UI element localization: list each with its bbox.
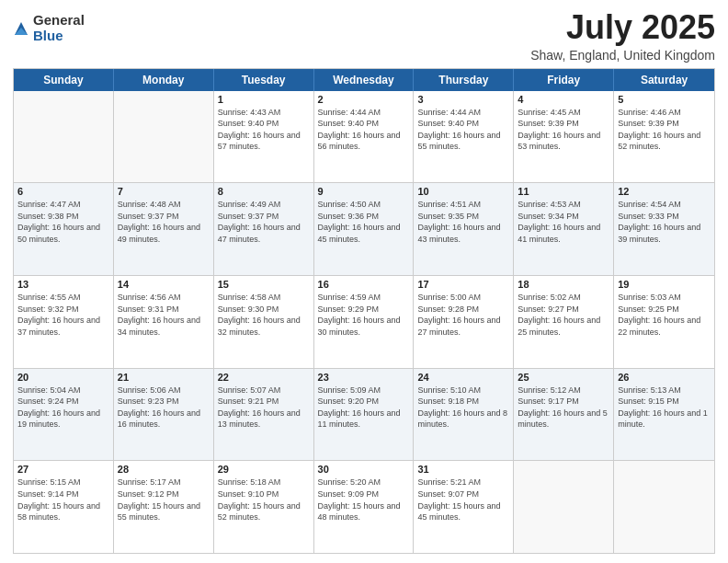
day-cell-1: 1Sunrise: 4:43 AM Sunset: 9:40 PM Daylig… [214,91,314,183]
day-number: 14 [118,279,210,290]
logo-icon [13,18,29,39]
day-info: Sunrise: 5:17 AM Sunset: 9:12 PM Dayligh… [118,477,210,523]
day-info: Sunrise: 4:53 AM Sunset: 9:34 PM Dayligh… [518,199,609,245]
day-cell-3: 3Sunrise: 4:44 AM Sunset: 9:40 PM Daylig… [414,91,514,183]
day-cell-28: 28Sunrise: 5:17 AM Sunset: 9:12 PM Dayli… [114,461,214,553]
day-info: Sunrise: 4:46 AM Sunset: 9:39 PM Dayligh… [618,107,711,153]
day-cell-2: 2Sunrise: 4:44 AM Sunset: 9:40 PM Daylig… [314,91,415,183]
day-info: Sunrise: 4:44 AM Sunset: 9:40 PM Dayligh… [417,107,509,153]
day-number: 19 [618,279,711,290]
day-cell-27: 27Sunrise: 5:15 AM Sunset: 9:14 PM Dayli… [14,461,114,553]
day-cell-7: 7Sunrise: 4:48 AM Sunset: 9:37 PM Daylig… [114,183,214,275]
calendar-row: 20Sunrise: 5:04 AM Sunset: 9:24 PM Dayli… [14,368,714,461]
day-info: Sunrise: 4:58 AM Sunset: 9:30 PM Dayligh… [218,292,310,338]
logo-text: General Blue [33,13,85,43]
day-info: Sunrise: 4:49 AM Sunset: 9:37 PM Dayligh… [218,199,310,245]
page: General Blue July 2025 Shaw, England, Un… [0,0,728,563]
logo-general-text: General [33,13,85,29]
day-cell-14: 14Sunrise: 4:56 AM Sunset: 9:31 PM Dayli… [114,276,214,368]
day-info: Sunrise: 4:48 AM Sunset: 9:37 PM Dayligh… [118,199,210,245]
calendar-row: 6Sunrise: 4:47 AM Sunset: 9:38 PM Daylig… [14,182,714,275]
day-info: Sunrise: 5:07 AM Sunset: 9:21 PM Dayligh… [218,385,310,431]
day-number: 8 [218,186,310,197]
day-info: Sunrise: 5:15 AM Sunset: 9:14 PM Dayligh… [17,477,109,523]
calendar-row: 1Sunrise: 4:43 AM Sunset: 9:40 PM Daylig… [14,91,714,183]
day-cell-19: 19Sunrise: 5:03 AM Sunset: 9:25 PM Dayli… [614,276,714,368]
day-number: 2 [318,94,410,105]
day-info: Sunrise: 5:10 AM Sunset: 9:18 PM Dayligh… [417,385,509,431]
day-number: 15 [218,279,310,290]
header-cell-monday: Monday [114,69,214,91]
day-info: Sunrise: 4:47 AM Sunset: 9:38 PM Dayligh… [17,199,109,245]
day-cell-5: 5Sunrise: 4:46 AM Sunset: 9:39 PM Daylig… [614,91,714,183]
calendar-row: 27Sunrise: 5:15 AM Sunset: 9:14 PM Dayli… [14,460,714,553]
logo: General Blue [13,13,85,43]
day-info: Sunrise: 5:04 AM Sunset: 9:24 PM Dayligh… [17,385,109,431]
header-cell-thursday: Thursday [414,69,514,91]
calendar-row: 13Sunrise: 4:55 AM Sunset: 9:32 PM Dayli… [14,275,714,368]
day-cell-26: 26Sunrise: 5:13 AM Sunset: 9:15 PM Dayli… [614,369,714,461]
day-cell-20: 20Sunrise: 5:04 AM Sunset: 9:24 PM Dayli… [14,369,114,461]
header-cell-saturday: Saturday [614,69,714,91]
day-number: 7 [118,186,210,197]
day-cell-9: 9Sunrise: 4:50 AM Sunset: 9:36 PM Daylig… [314,183,415,275]
month-title: July 2025 [530,9,715,46]
day-cell-22: 22Sunrise: 5:07 AM Sunset: 9:21 PM Dayli… [214,369,314,461]
day-info: Sunrise: 4:50 AM Sunset: 9:36 PM Dayligh… [318,199,410,245]
title-block: July 2025 Shaw, England, United Kingdom [530,9,715,63]
day-info: Sunrise: 4:54 AM Sunset: 9:33 PM Dayligh… [618,199,711,245]
day-info: Sunrise: 5:09 AM Sunset: 9:20 PM Dayligh… [318,385,410,431]
day-cell-29: 29Sunrise: 5:18 AM Sunset: 9:10 PM Dayli… [214,461,314,553]
day-info: Sunrise: 4:51 AM Sunset: 9:35 PM Dayligh… [417,199,509,245]
day-cell-18: 18Sunrise: 5:02 AM Sunset: 9:27 PM Dayli… [514,276,614,368]
day-info: Sunrise: 5:03 AM Sunset: 9:25 PM Dayligh… [618,292,711,338]
day-number: 9 [318,186,410,197]
day-cell-10: 10Sunrise: 4:51 AM Sunset: 9:35 PM Dayli… [414,183,514,275]
day-cell-12: 12Sunrise: 4:54 AM Sunset: 9:33 PM Dayli… [614,183,714,275]
day-cell-21: 21Sunrise: 5:06 AM Sunset: 9:23 PM Dayli… [114,369,214,461]
day-number: 6 [17,186,109,197]
day-cell-25: 25Sunrise: 5:12 AM Sunset: 9:17 PM Dayli… [514,369,614,461]
day-number: 31 [417,464,509,475]
day-number: 13 [17,279,109,290]
day-cell-4: 4Sunrise: 4:45 AM Sunset: 9:39 PM Daylig… [514,91,614,183]
day-number: 12 [618,186,711,197]
day-info: Sunrise: 5:18 AM Sunset: 9:10 PM Dayligh… [218,477,310,523]
day-info: Sunrise: 4:56 AM Sunset: 9:31 PM Dayligh… [118,292,210,338]
day-info: Sunrise: 5:12 AM Sunset: 9:17 PM Dayligh… [518,385,609,431]
day-info: Sunrise: 4:43 AM Sunset: 9:40 PM Dayligh… [218,107,310,153]
day-number: 17 [417,279,509,290]
day-cell-13: 13Sunrise: 4:55 AM Sunset: 9:32 PM Dayli… [14,276,114,368]
day-info: Sunrise: 5:20 AM Sunset: 9:09 PM Dayligh… [318,477,410,523]
day-info: Sunrise: 5:00 AM Sunset: 9:28 PM Dayligh… [417,292,509,338]
empty-cell [114,91,214,183]
day-info: Sunrise: 5:06 AM Sunset: 9:23 PM Dayligh… [118,385,210,431]
day-number: 11 [518,186,609,197]
day-cell-16: 16Sunrise: 4:59 AM Sunset: 9:29 PM Dayli… [314,276,415,368]
day-number: 28 [118,464,210,475]
day-number: 3 [417,94,509,105]
calendar-body: 1Sunrise: 4:43 AM Sunset: 9:40 PM Daylig… [14,91,714,553]
day-info: Sunrise: 4:59 AM Sunset: 9:29 PM Dayligh… [318,292,410,338]
day-number: 4 [518,94,609,105]
day-number: 23 [318,372,410,383]
day-number: 24 [417,372,509,383]
day-info: Sunrise: 4:55 AM Sunset: 9:32 PM Dayligh… [17,292,109,338]
empty-cell [514,461,614,553]
day-number: 18 [518,279,609,290]
day-cell-31: 31Sunrise: 5:21 AM Sunset: 9:07 PM Dayli… [414,461,514,553]
day-info: Sunrise: 5:13 AM Sunset: 9:15 PM Dayligh… [618,385,711,431]
day-number: 27 [17,464,109,475]
logo-blue-text: Blue [33,29,85,44]
day-cell-8: 8Sunrise: 4:49 AM Sunset: 9:37 PM Daylig… [214,183,314,275]
day-cell-23: 23Sunrise: 5:09 AM Sunset: 9:20 PM Dayli… [314,369,415,461]
header: General Blue July 2025 Shaw, England, Un… [13,9,715,63]
day-number: 29 [218,464,310,475]
day-number: 5 [618,94,711,105]
day-info: Sunrise: 4:45 AM Sunset: 9:39 PM Dayligh… [518,107,609,153]
day-cell-17: 17Sunrise: 5:00 AM Sunset: 9:28 PM Dayli… [414,276,514,368]
day-number: 21 [118,372,210,383]
header-cell-tuesday: Tuesday [214,69,314,91]
header-cell-sunday: Sunday [14,69,114,91]
day-cell-6: 6Sunrise: 4:47 AM Sunset: 9:38 PM Daylig… [14,183,114,275]
